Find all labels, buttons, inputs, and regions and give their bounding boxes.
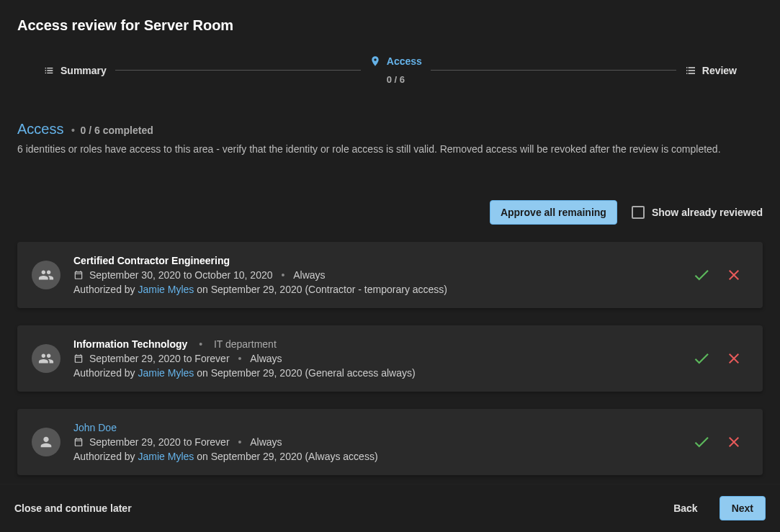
approve-all-button[interactable]: Approve all remaining [490,200,617,225]
calendar-icon [73,437,84,447]
checkbox-icon [632,206,645,219]
card-title: Information Technology [73,338,187,350]
access-card: John DoeSeptember 29, 2020 to Forever • … [17,409,763,475]
step-access-label: Access [387,55,422,67]
approve-button[interactable] [692,433,711,451]
pin-icon [369,55,381,67]
section-description: 6 identities or roles have access to thi… [17,142,763,157]
person-icon [32,428,60,456]
card-schedule: Always [250,353,282,364]
authorizer-link[interactable]: Jamie Myles [138,284,194,295]
step-divider [115,70,361,71]
step-review[interactable]: Review [685,65,737,76]
calendar-icon [73,270,84,280]
access-card: Certified Contractor EngineeringSeptembe… [17,242,763,308]
step-access[interactable]: Access [369,55,422,67]
approve-button[interactable] [692,266,711,284]
stepper: Summary Access 0 / 6 Review [0,34,780,92]
list-icon [43,65,55,76]
card-date-range: September 29, 2020 to Forever [89,436,230,448]
reject-button[interactable] [725,433,743,451]
card-authorization: Authorized by Jamie Myles on September 2… [73,451,679,462]
group-icon [32,261,60,289]
show-reviewed-label: Show already reviewed [652,207,763,218]
authorizer-link[interactable]: Jamie Myles [138,451,194,462]
checklist-icon [685,65,696,76]
access-card: Information Technology • IT departmentSe… [17,325,763,392]
page-title: Access review for Server Room [17,17,763,34]
reject-button[interactable] [725,266,743,284]
back-button[interactable]: Back [663,497,707,520]
step-access-counter: 0 / 6 [387,74,405,85]
card-title[interactable]: John Doe [73,422,117,433]
step-summary-label: Summary [60,65,107,76]
authorizer-link[interactable]: Jamie Myles [138,367,194,379]
next-button[interactable]: Next [720,496,766,520]
card-date-range: September 30, 2020 to October 10, 2020 [89,269,273,281]
card-schedule: Always [293,269,325,281]
card-subtitle: IT department [214,338,277,350]
card-schedule: Always [250,436,282,448]
section-title: Access [17,121,63,137]
step-divider [431,70,676,71]
card-authorization: Authorized by Jamie Myles on September 2… [73,367,679,379]
close-continue-link[interactable]: Close and continue later [14,502,132,514]
section-subtitle: • 0 / 6 completed [71,125,153,136]
group-icon [32,344,60,373]
approve-button[interactable] [692,349,711,368]
card-title: Certified Contractor Engineering [73,255,230,266]
show-reviewed-checkbox[interactable]: Show already reviewed [632,206,763,219]
step-summary[interactable]: Summary [43,65,107,76]
calendar-icon [73,353,84,364]
card-date-range: September 29, 2020 to Forever [89,353,230,364]
step-review-label: Review [702,65,737,76]
card-authorization: Authorized by Jamie Myles on September 2… [73,284,679,295]
reject-button[interactable] [725,349,743,368]
